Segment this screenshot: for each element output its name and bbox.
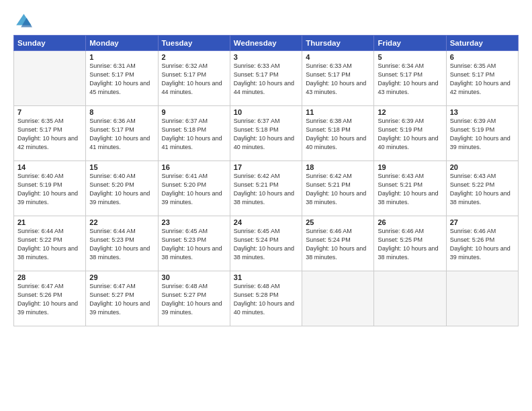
- day-number: 2: [162, 53, 226, 61]
- day-number: 13: [450, 108, 515, 116]
- weekday-header-saturday: Saturday: [446, 36, 518, 51]
- week-row-5: 28Sunrise: 6:47 AMSunset: 5:26 PMDayligh…: [14, 271, 519, 326]
- week-row-3: 14Sunrise: 6:40 AMSunset: 5:19 PMDayligh…: [14, 161, 519, 216]
- day-number: 27: [450, 218, 515, 226]
- day-info: Sunrise: 6:46 AMSunset: 5:24 PMDaylight:…: [306, 227, 370, 262]
- calendar-cell: [374, 271, 446, 326]
- day-number: 9: [162, 108, 226, 116]
- day-info: Sunrise: 6:45 AMSunset: 5:23 PMDaylight:…: [162, 227, 226, 262]
- day-info: Sunrise: 6:39 AMSunset: 5:19 PMDaylight:…: [450, 117, 515, 152]
- calendar-cell: 2Sunrise: 6:32 AMSunset: 5:17 PMDaylight…: [158, 51, 230, 106]
- day-number: 17: [234, 163, 298, 171]
- day-info: Sunrise: 6:41 AMSunset: 5:20 PMDaylight:…: [162, 172, 226, 207]
- day-info: Sunrise: 6:47 AMSunset: 5:26 PMDaylight:…: [17, 282, 82, 317]
- calendar-cell: 24Sunrise: 6:45 AMSunset: 5:24 PMDayligh…: [230, 216, 302, 271]
- weekday-header-friday: Friday: [374, 36, 446, 51]
- day-info: Sunrise: 6:45 AMSunset: 5:24 PMDaylight:…: [234, 227, 298, 262]
- weekday-header-thursday: Thursday: [302, 36, 374, 51]
- day-info: Sunrise: 6:42 AMSunset: 5:21 PMDaylight:…: [306, 172, 370, 207]
- calendar-cell: 25Sunrise: 6:46 AMSunset: 5:24 PMDayligh…: [302, 216, 374, 271]
- day-number: 25: [306, 218, 370, 226]
- day-number: 22: [89, 218, 154, 226]
- calendar-cell: 13Sunrise: 6:39 AMSunset: 5:19 PMDayligh…: [446, 106, 518, 161]
- day-info: Sunrise: 6:46 AMSunset: 5:26 PMDaylight:…: [450, 227, 515, 262]
- day-info: Sunrise: 6:37 AMSunset: 5:18 PMDaylight:…: [162, 117, 226, 152]
- logo-icon: [13, 12, 32, 31]
- day-number: 29: [89, 273, 154, 281]
- week-row-2: 7Sunrise: 6:35 AMSunset: 5:17 PMDaylight…: [14, 106, 519, 161]
- calendar-cell: [14, 51, 86, 106]
- day-number: 24: [234, 218, 298, 226]
- day-number: 8: [89, 108, 154, 116]
- calendar-cell: 3Sunrise: 6:33 AMSunset: 5:17 PMDaylight…: [230, 51, 302, 106]
- day-info: Sunrise: 6:33 AMSunset: 5:17 PMDaylight:…: [234, 62, 298, 97]
- day-number: 10: [234, 108, 298, 116]
- day-number: 4: [306, 53, 370, 61]
- calendar-cell: 21Sunrise: 6:44 AMSunset: 5:22 PMDayligh…: [14, 216, 86, 271]
- day-number: 26: [378, 218, 442, 226]
- header: [13, 12, 519, 31]
- day-info: Sunrise: 6:35 AMSunset: 5:17 PMDaylight:…: [17, 117, 82, 152]
- day-info: Sunrise: 6:32 AMSunset: 5:17 PMDaylight:…: [162, 62, 226, 97]
- day-info: Sunrise: 6:44 AMSunset: 5:22 PMDaylight:…: [17, 227, 82, 262]
- day-number: 14: [17, 163, 82, 171]
- day-number: 31: [234, 273, 298, 281]
- calendar-cell: 29Sunrise: 6:47 AMSunset: 5:27 PMDayligh…: [86, 271, 158, 326]
- day-number: 21: [17, 218, 82, 226]
- day-info: Sunrise: 6:40 AMSunset: 5:20 PMDaylight:…: [89, 172, 154, 207]
- day-number: 1: [89, 53, 154, 61]
- week-row-4: 21Sunrise: 6:44 AMSunset: 5:22 PMDayligh…: [14, 216, 519, 271]
- day-info: Sunrise: 6:35 AMSunset: 5:17 PMDaylight:…: [450, 62, 515, 97]
- calendar-cell: 15Sunrise: 6:40 AMSunset: 5:20 PMDayligh…: [86, 161, 158, 216]
- day-info: Sunrise: 6:44 AMSunset: 5:23 PMDaylight:…: [89, 227, 154, 262]
- calendar-cell: 31Sunrise: 6:48 AMSunset: 5:28 PMDayligh…: [230, 271, 302, 326]
- calendar-cell: 7Sunrise: 6:35 AMSunset: 5:17 PMDaylight…: [14, 106, 86, 161]
- weekday-header-tuesday: Tuesday: [158, 36, 230, 51]
- weekday-header-monday: Monday: [86, 36, 158, 51]
- day-info: Sunrise: 6:36 AMSunset: 5:17 PMDaylight:…: [89, 117, 154, 152]
- calendar-cell: 27Sunrise: 6:46 AMSunset: 5:26 PMDayligh…: [446, 216, 518, 271]
- day-info: Sunrise: 6:42 AMSunset: 5:21 PMDaylight:…: [234, 172, 298, 207]
- calendar-cell: 26Sunrise: 6:46 AMSunset: 5:25 PMDayligh…: [374, 216, 446, 271]
- day-number: 11: [306, 108, 370, 116]
- day-info: Sunrise: 6:33 AMSunset: 5:17 PMDaylight:…: [306, 62, 370, 97]
- calendar-cell: [446, 271, 518, 326]
- day-info: Sunrise: 6:47 AMSunset: 5:27 PMDaylight:…: [89, 282, 154, 317]
- day-number: 16: [162, 163, 226, 171]
- calendar-cell: 6Sunrise: 6:35 AMSunset: 5:17 PMDaylight…: [446, 51, 518, 106]
- calendar-cell: 16Sunrise: 6:41 AMSunset: 5:20 PMDayligh…: [158, 161, 230, 216]
- calendar-cell: 22Sunrise: 6:44 AMSunset: 5:23 PMDayligh…: [86, 216, 158, 271]
- day-number: 6: [450, 53, 515, 61]
- day-info: Sunrise: 6:48 AMSunset: 5:28 PMDaylight:…: [234, 282, 298, 317]
- calendar-cell: 11Sunrise: 6:38 AMSunset: 5:18 PMDayligh…: [302, 106, 374, 161]
- calendar-cell: 8Sunrise: 6:36 AMSunset: 5:17 PMDaylight…: [86, 106, 158, 161]
- calendar-cell: 14Sunrise: 6:40 AMSunset: 5:19 PMDayligh…: [14, 161, 86, 216]
- day-number: 19: [378, 163, 442, 171]
- calendar-cell: 1Sunrise: 6:31 AMSunset: 5:17 PMDaylight…: [86, 51, 158, 106]
- calendar-cell: 19Sunrise: 6:43 AMSunset: 5:21 PMDayligh…: [374, 161, 446, 216]
- calendar-cell: 5Sunrise: 6:34 AMSunset: 5:17 PMDaylight…: [374, 51, 446, 106]
- day-info: Sunrise: 6:46 AMSunset: 5:25 PMDaylight:…: [378, 227, 442, 262]
- weekday-header-sunday: Sunday: [14, 36, 86, 51]
- calendar-cell: [302, 271, 374, 326]
- calendar-cell: 18Sunrise: 6:42 AMSunset: 5:21 PMDayligh…: [302, 161, 374, 216]
- day-info: Sunrise: 6:38 AMSunset: 5:18 PMDaylight:…: [306, 117, 370, 152]
- day-number: 30: [162, 273, 226, 281]
- calendar-cell: 30Sunrise: 6:48 AMSunset: 5:27 PMDayligh…: [158, 271, 230, 326]
- week-row-1: 1Sunrise: 6:31 AMSunset: 5:17 PMDaylight…: [14, 51, 519, 106]
- calendar-page: SundayMondayTuesdayWednesdayThursdayFrid…: [0, 0, 532, 411]
- day-number: 3: [234, 53, 298, 61]
- day-number: 12: [378, 108, 442, 116]
- calendar-cell: 10Sunrise: 6:37 AMSunset: 5:18 PMDayligh…: [230, 106, 302, 161]
- calendar-cell: 28Sunrise: 6:47 AMSunset: 5:26 PMDayligh…: [14, 271, 86, 326]
- calendar-cell: 23Sunrise: 6:45 AMSunset: 5:23 PMDayligh…: [158, 216, 230, 271]
- weekday-header-wednesday: Wednesday: [230, 36, 302, 51]
- calendar-table: SundayMondayTuesdayWednesdayThursdayFrid…: [13, 35, 519, 326]
- weekday-header-row: SundayMondayTuesdayWednesdayThursdayFrid…: [14, 36, 519, 51]
- calendar-cell: 17Sunrise: 6:42 AMSunset: 5:21 PMDayligh…: [230, 161, 302, 216]
- logo: [13, 12, 34, 31]
- calendar-cell: 20Sunrise: 6:43 AMSunset: 5:22 PMDayligh…: [446, 161, 518, 216]
- day-info: Sunrise: 6:43 AMSunset: 5:22 PMDaylight:…: [450, 172, 515, 207]
- day-number: 5: [378, 53, 442, 61]
- day-number: 18: [306, 163, 370, 171]
